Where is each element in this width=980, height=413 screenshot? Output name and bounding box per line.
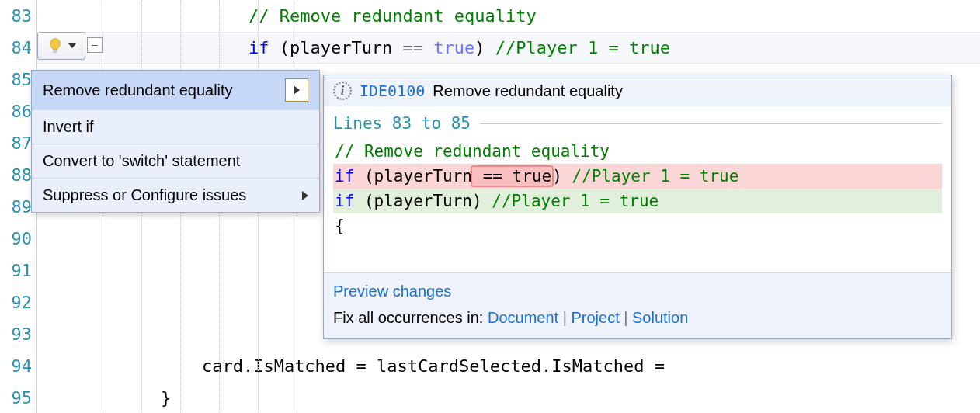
svg-rect-0 <box>53 50 57 51</box>
diff-context-line: // Remove redundant equality <box>333 139 942 164</box>
code-text: { <box>335 217 345 235</box>
menu-item-label: Remove redundant equality <box>43 82 233 99</box>
diff-added-line: if (playerTurn) //Player 1 = true <box>333 189 942 213</box>
keyword: if <box>335 167 354 186</box>
diff-removed-line: if (playerTurn == true) //Player 1 = tru… <box>333 164 942 189</box>
line-number: 83 <box>0 0 32 32</box>
fix-solution-link[interactable]: Solution <box>632 309 688 326</box>
line-number: 94 <box>0 350 32 382</box>
code-text: card.IsMatched = lastCardSelected.IsMatc… <box>37 356 665 376</box>
panel-footer: Preview changes Fix all occurrences in: … <box>324 272 951 338</box>
line-number: 92 <box>0 286 32 318</box>
menu-item-label: Convert to 'switch' statement <box>43 152 240 170</box>
diff-range-header: Lines 83 to 85 <box>333 106 942 139</box>
menu-item-suppress-configure[interactable]: Suppress or Configure issues <box>32 179 319 212</box>
fix-all-label: Fix all occurrences in: <box>333 309 488 326</box>
line-number: 87 <box>0 127 32 159</box>
chevron-right-icon <box>294 85 300 95</box>
menu-item-label: Suppress or Configure issues <box>43 186 246 204</box>
line-number: 93 <box>0 318 32 350</box>
keyword: if <box>335 192 354 210</box>
code-text: ) <box>552 167 572 186</box>
divider <box>480 123 942 124</box>
menu-item-label: Invert if <box>43 118 94 136</box>
info-icon: i <box>333 82 352 100</box>
menu-item-remove-redundant-equality[interactable]: Remove redundant equality <box>32 71 319 110</box>
comment-text: // Remove redundant equality <box>335 142 610 161</box>
separator: | <box>563 309 572 326</box>
rule-id: IDE0100 <box>360 82 425 100</box>
code-text: ) <box>474 38 495 57</box>
code-line[interactable]: card.IsMatched = lastCardSelected.IsMatc… <box>37 350 980 382</box>
diff-context-line: { <box>333 213 942 238</box>
rule-title: Remove redundant equality <box>433 82 623 100</box>
menu-item-convert-to-switch[interactable]: Convert to 'switch' statement <box>32 144 319 179</box>
outline-collapse-toggle[interactable]: – <box>87 37 103 53</box>
chevron-right-icon <box>302 191 308 200</box>
separator: | <box>624 309 632 326</box>
comment-text: //Player 1 = true <box>495 38 670 57</box>
diff-range-label: Lines 83 to 85 <box>333 111 471 136</box>
chevron-down-icon <box>68 43 76 48</box>
code-line[interactable]: // Remove redundant equality <box>37 0 980 32</box>
line-number: 95 <box>0 382 32 413</box>
line-number: 88 <box>0 159 32 191</box>
quick-actions-menu: Remove redundant equality Invert if Conv… <box>31 70 320 213</box>
submenu-indicator[interactable] <box>285 78 308 102</box>
code-text: } <box>37 388 171 408</box>
fix-project-link[interactable]: Project <box>571 309 619 326</box>
comment-text: //Player 1 = true <box>492 192 659 210</box>
code-text: (playerTurn) <box>354 192 492 210</box>
keyword: true <box>433 38 474 57</box>
code-text: (playerTurn <box>269 38 402 57</box>
line-number: 89 <box>0 191 32 223</box>
code-text: == true <box>473 167 551 186</box>
comment-text: // Remove redundant equality <box>248 6 537 26</box>
panel-header: i IDE0100 Remove redundant equality <box>324 75 951 106</box>
menu-item-invert-if[interactable]: Invert if <box>32 110 319 144</box>
removed-span: == true <box>472 167 552 186</box>
line-number: 86 <box>0 95 32 127</box>
keyword: if <box>248 38 269 57</box>
code-line[interactable]: } <box>37 382 980 413</box>
fix-document-link[interactable]: Document <box>488 309 558 326</box>
lightbulb-icon <box>47 37 64 54</box>
code-fix-preview-panel: i IDE0100 Remove redundant equality Line… <box>323 75 952 339</box>
line-number: 90 <box>0 223 32 255</box>
quick-actions-button[interactable] <box>37 32 85 60</box>
redundant-code: == <box>403 38 434 57</box>
code-text: (playerTurn <box>354 167 472 186</box>
line-number: 85 <box>0 64 32 95</box>
line-number: 91 <box>0 255 32 286</box>
svg-rect-1 <box>54 51 57 53</box>
diff-view: Lines 83 to 85 // Remove redundant equal… <box>324 106 951 272</box>
code-line[interactable]: if (playerTurn == true) //Player 1 = tru… <box>37 32 980 64</box>
line-number: 84 <box>0 32 32 64</box>
preview-changes-link[interactable]: Preview changes <box>333 283 451 300</box>
comment-text: //Player 1 = true <box>572 167 738 186</box>
